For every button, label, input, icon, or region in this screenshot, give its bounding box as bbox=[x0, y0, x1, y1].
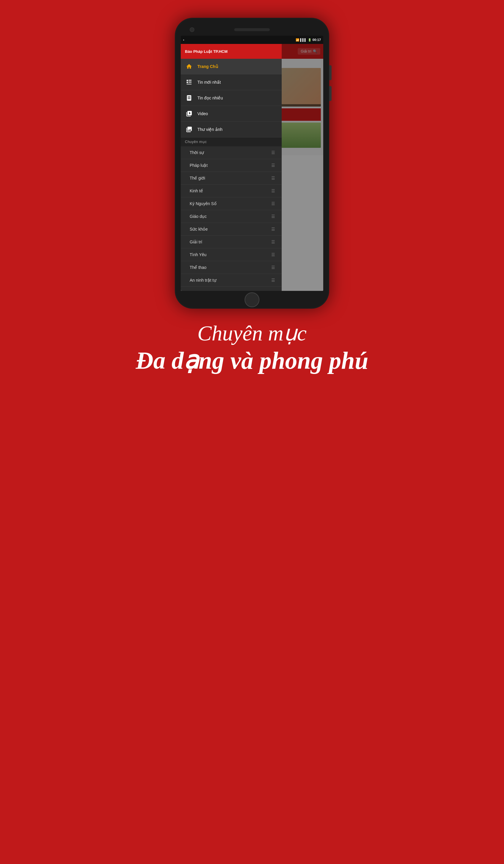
submenu-icon: ☰ bbox=[271, 252, 275, 257]
bottom-text-section: Chuyên mục Đa dạng và phong phú bbox=[112, 321, 392, 375]
menu-item-thoi-su[interactable]: Thời sự ☰ bbox=[181, 146, 282, 159]
sidebar-header: Báo Pháp Luật TP.HCM bbox=[181, 44, 282, 59]
battery-icon: 🔋 bbox=[308, 38, 311, 41]
bottom-subtitle: Đa dạng và phong phú bbox=[136, 346, 368, 375]
status-right: 📶 ▌▌▌ 🔋 00:17 bbox=[296, 38, 321, 41]
svg-rect-4 bbox=[189, 82, 191, 83]
news-icon bbox=[185, 78, 193, 86]
photo-library-icon bbox=[185, 125, 193, 134]
time-display: 00:17 bbox=[313, 38, 321, 41]
home-button[interactable] bbox=[244, 292, 260, 307]
submenu-icon: ☰ bbox=[271, 278, 275, 283]
video-icon bbox=[185, 109, 193, 118]
menu-item-giao-duc[interactable]: Giáo dục ☰ bbox=[181, 210, 282, 223]
submenu-icon: ☰ bbox=[271, 214, 275, 219]
phone-screen: ▪ 📶 ▌▌▌ 🔋 00:17 Giải trí 🔍 bbox=[181, 36, 323, 291]
menu-item-ky-nguyen-so[interactable]: Ký Nguyên Số ☰ bbox=[181, 197, 282, 210]
submenu-icon: ☰ bbox=[271, 265, 275, 270]
sidebar-item-video[interactable]: Video bbox=[181, 106, 282, 122]
tin-doc-nhieu-label: Tin đọc nhiều bbox=[197, 96, 223, 100]
trang-chu-label: Trang Chủ bbox=[197, 64, 218, 69]
status-left: ▪ bbox=[183, 38, 184, 41]
app-screen: Giải trí 🔍 ọc nhiều bbox=[181, 44, 323, 291]
submenu-icon: ☰ bbox=[271, 176, 275, 180]
status-bar: ▪ 📶 ▌▌▌ 🔋 00:17 bbox=[181, 36, 323, 44]
menu-item-the-gioi[interactable]: Thế giới ☰ bbox=[181, 172, 282, 184]
menu-item-the-thao[interactable]: Thể thao ☰ bbox=[181, 261, 282, 274]
sidebar-item-trang-chu[interactable]: Trang Chủ bbox=[181, 59, 282, 74]
volume-button-2 bbox=[329, 86, 332, 101]
svg-rect-0 bbox=[187, 80, 188, 81]
sidebar-item-thu-vien-anh[interactable]: Thư viện ảnh bbox=[181, 122, 282, 137]
svg-rect-1 bbox=[187, 82, 188, 83]
svg-rect-3 bbox=[189, 81, 191, 81]
wifi-icon: 📶 bbox=[296, 38, 299, 41]
phone-mockup: ▪ 📶 ▌▌▌ 🔋 00:17 Giải trí 🔍 bbox=[175, 18, 329, 309]
submenu-icon: ☰ bbox=[271, 201, 275, 206]
signal-bars: ▌▌▌ bbox=[300, 38, 307, 41]
menu-item-phap-luat[interactable]: Pháp luật ☰ bbox=[181, 159, 282, 172]
menu-item-suc-khoe[interactable]: Sức khỏe ☰ bbox=[181, 223, 282, 236]
menu-item-an-ninh-trat-tu[interactable]: An ninh trật tự ☰ bbox=[181, 274, 282, 287]
phone-speaker bbox=[234, 28, 270, 31]
chuyen-muc-header: Chuyên mục bbox=[181, 137, 282, 146]
submenu-icon: ☰ bbox=[271, 150, 275, 155]
submenu-icon: ☰ bbox=[271, 163, 275, 168]
submenu-icon: ☰ bbox=[271, 227, 275, 231]
book-icon bbox=[185, 94, 193, 102]
tin-moi-nhat-label: Tin mới nhất bbox=[197, 80, 221, 85]
bottom-title: Chuyên mục bbox=[136, 321, 368, 346]
svg-rect-2 bbox=[189, 80, 191, 81]
sidebar-title: Báo Pháp Luật TP.HCM bbox=[185, 49, 228, 54]
phone-camera bbox=[190, 27, 194, 32]
thu-vien-anh-label: Thư viện ảnh bbox=[197, 127, 223, 132]
sidebar-item-tin-doc-nhieu[interactable]: Tin đọc nhiều bbox=[181, 90, 282, 106]
menu-item-kinh-te[interactable]: Kinh tế ☰ bbox=[181, 184, 282, 197]
home-icon bbox=[185, 62, 193, 71]
sidebar-item-tin-moi-nhat[interactable]: Tin mới nhất bbox=[181, 74, 282, 90]
menu-item-tinh-yeu[interactable]: Tình Yêu ☰ bbox=[181, 249, 282, 261]
svg-rect-5 bbox=[187, 84, 192, 85]
submenu-icon: ☰ bbox=[271, 240, 275, 244]
volume-button bbox=[329, 65, 332, 80]
sim-icon: ▪ bbox=[183, 38, 184, 41]
phone-bottom bbox=[181, 291, 323, 309]
menu-item-giai-tri[interactable]: Giải trí ☰ bbox=[181, 236, 282, 249]
sidebar: Báo Pháp Luật TP.HCM Trang Chủ bbox=[181, 44, 282, 291]
submenu-icon: ☰ bbox=[271, 189, 275, 193]
video-label: Video bbox=[197, 111, 208, 116]
